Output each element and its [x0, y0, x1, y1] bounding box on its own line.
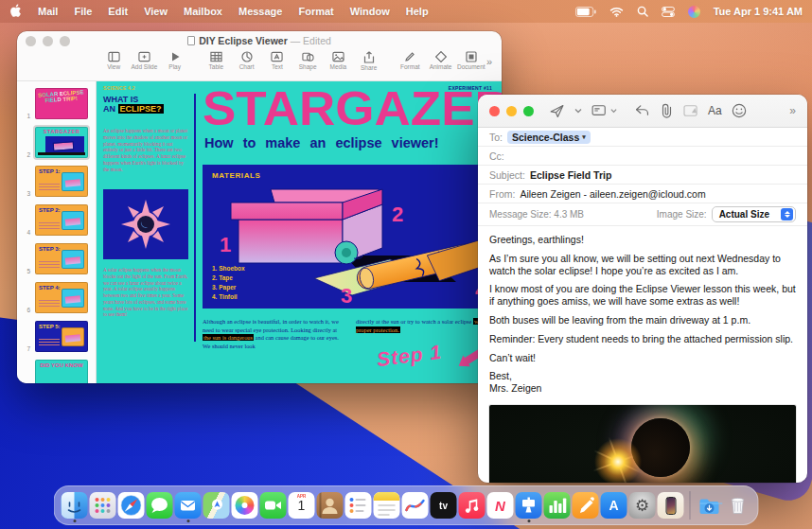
dock-safari-icon[interactable] — [118, 492, 145, 519]
subject-field[interactable]: Subject: Eclipse Field Trip — [478, 166, 807, 185]
emoji-icon[interactable] — [732, 103, 747, 118]
minimize-button[interactable] — [506, 106, 517, 116]
from-field[interactable]: From: Aileen Zeigen - aileen.zeigen@iclo… — [478, 185, 807, 203]
toolbar-view-button[interactable]: View — [98, 51, 129, 70]
message-body[interactable]: Greetings, earthlings!As I’m sure you al… — [478, 226, 807, 403]
slide-subtitle: How to make an eclipse viewer! — [204, 135, 439, 150]
mail-toolbar: Aa » — [478, 95, 807, 128]
wifi-icon[interactable] — [609, 7, 624, 17]
slide-thumbnail-8[interactable]: 8DID YOU KNOW — [17, 356, 96, 383]
slide-navigator[interactable]: 1SOLAR ECLIPSE FIELD TRIP!2STARGAZER3STE… — [17, 81, 97, 383]
keynote-titlebar[interactable]: DIY Eclipse Viewer — Edited — [17, 31, 502, 50]
desktop: MailFileEditViewMailboxMessageFormatWind… — [0, 0, 812, 529]
toolbar-format-button[interactable]: Format — [395, 51, 425, 70]
toolbar-document-button[interactable]: Document — [456, 51, 486, 70]
dock-messages-icon[interactable] — [147, 492, 173, 519]
eclipse-paragraph-1: An eclipse happens when a moon or planet… — [103, 128, 188, 172]
dock-photos-icon[interactable] — [232, 492, 258, 519]
cc-field[interactable]: Cc: — [478, 147, 807, 166]
warning-text-left: Although an eclipse is beautiful, in ord… — [203, 318, 344, 351]
toolbar-media-button[interactable]: Media — [323, 51, 353, 70]
dock-finder-icon[interactable] — [62, 492, 88, 519]
dock-notes-icon[interactable] — [374, 492, 400, 519]
dock-facetime-icon[interactable] — [260, 492, 287, 519]
dock-music-icon[interactable] — [459, 492, 485, 519]
slide-thumbnail-7[interactable]: 7STEP 5: — [17, 317, 96, 356]
toolbar-play-button[interactable]: Play — [160, 51, 190, 70]
toolbar-more-button[interactable]: » — [486, 51, 492, 67]
menu-item-file[interactable]: File — [74, 6, 92, 17]
body-paragraph-2: As I’m sure you all know, we will be set… — [489, 253, 796, 277]
menu-item-mail[interactable]: Mail — [38, 6, 58, 17]
body-paragraph-3: I know most of you are doing the Eclipse… — [489, 283, 796, 308]
slide-thumbnail-5[interactable]: 5STEP 3: — [17, 239, 96, 278]
slide-canvas[interactable]: SCIENCE 4.2 EXPERIMENT #11 WHAT IS AN EC… — [97, 81, 502, 383]
markup-icon[interactable] — [683, 104, 698, 117]
toolbar-text-button[interactable]: Text — [262, 51, 292, 70]
siri-icon[interactable] — [688, 6, 700, 18]
menu-bar: MailFileEditViewMailboxMessageFormatWind… — [0, 0, 812, 23]
menu-item-edit[interactable]: Edit — [108, 6, 128, 17]
toolbar-animate-button[interactable]: Animate — [425, 51, 455, 70]
dock-keynote-icon[interactable] — [516, 492, 542, 519]
menu-bar-status: Tue Apr 1 9:41 AM — [575, 6, 803, 18]
mail-compose-window: Aa » To: Science-Class▾ Cc: Subject: Ecl… — [478, 95, 807, 483]
zoom-button[interactable] — [523, 106, 534, 116]
apple-menu-icon[interactable] — [9, 4, 22, 20]
menu-item-window[interactable]: Window — [350, 6, 390, 17]
slide-thumbnail-4[interactable]: 4STEP 2: — [17, 201, 96, 239]
dock-downloads-icon[interactable] — [697, 492, 723, 519]
menu-item-format[interactable]: Format — [298, 6, 333, 17]
dock-numbers-icon[interactable] — [544, 492, 571, 519]
dock-reminders-icon[interactable] — [345, 492, 372, 519]
control-center-icon[interactable] — [662, 7, 675, 17]
slide-thumbnail-2[interactable]: 2STARGAZER — [17, 123, 96, 162]
svg-text:1: 1 — [220, 233, 231, 256]
more-icon[interactable]: » — [789, 104, 796, 117]
what-is-heading: WHAT IS AN ECLIPSE? — [103, 96, 164, 115]
dock-trash-icon[interactable] — [725, 492, 751, 519]
menu-item-view[interactable]: View — [144, 6, 168, 17]
chevron-down-icon[interactable] — [574, 108, 582, 114]
slide-thumbnail-1[interactable]: 1SOLAR ECLIPSE FIELD TRIP! — [17, 84, 96, 123]
recipient-token[interactable]: Science-Class▾ — [507, 131, 591, 144]
materials-heading: MATERIALS — [212, 171, 260, 180]
menu-item-mailbox[interactable]: Mailbox — [184, 6, 222, 17]
dock-maps-icon[interactable] — [203, 492, 230, 519]
attach-icon[interactable] — [660, 103, 674, 118]
dock-calendar-icon[interactable]: APR1 — [289, 492, 315, 519]
toolbar-shape-button[interactable]: Shape — [292, 51, 323, 70]
science-label: SCIENCE 4.2 — [103, 85, 135, 91]
menu-bar-clock[interactable]: Tue Apr 1 9:41 AM — [714, 6, 803, 17]
menu-item-help[interactable]: Help — [406, 6, 429, 17]
to-field[interactable]: To: Science-Class▾ — [478, 128, 807, 147]
eclipse-photo-attachment[interactable] — [489, 405, 796, 483]
send-icon[interactable] — [549, 103, 565, 119]
battery-icon[interactable] — [575, 7, 596, 17]
dock-contacts-icon[interactable] — [317, 492, 344, 519]
dock-freeform-icon[interactable] — [402, 492, 429, 519]
dock-appstore-icon[interactable]: A — [601, 492, 627, 519]
format-text-icon[interactable]: Aa — [708, 104, 722, 117]
mail-window-controls — [489, 106, 534, 116]
search-icon[interactable] — [637, 6, 648, 17]
slide-title: STARGAZER — [203, 81, 502, 136]
toolbar-table-button[interactable]: Table — [201, 51, 231, 70]
dock-news-icon[interactable]: N — [487, 492, 514, 519]
header-fields-icon[interactable] — [591, 104, 617, 117]
toolbar-chart-button[interactable]: Chart — [231, 51, 261, 70]
dock-launchpad-icon[interactable] — [90, 492, 116, 519]
dock-tv-icon[interactable]: tv — [431, 492, 457, 519]
menu-item-message[interactable]: Message — [238, 6, 282, 17]
toolbar-add-slide-button[interactable]: Add Slide — [129, 51, 159, 70]
dock-iphone-icon[interactable] — [658, 492, 684, 519]
dock-settings-icon[interactable]: ⚙ — [629, 492, 656, 519]
close-button[interactable] — [489, 106, 500, 116]
slide-thumbnail-6[interactable]: 6STEP 4: — [17, 278, 96, 317]
reply-icon[interactable] — [634, 104, 650, 117]
toolbar-share-button[interactable]: Share — [354, 51, 384, 71]
slide-thumbnail-3[interactable]: 3STEP 1: — [17, 162, 96, 201]
dock-pages-icon[interactable] — [573, 492, 599, 519]
image-size-select[interactable]: Actual Size — [712, 206, 796, 222]
dock-mail-icon[interactable] — [175, 492, 202, 519]
